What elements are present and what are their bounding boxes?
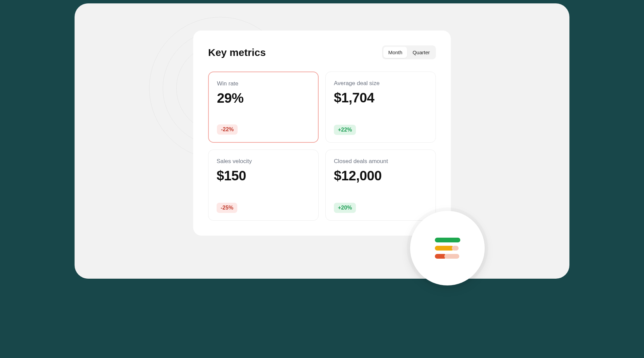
metrics-grid: Win rate 29% -22% Average deal size $1,7…	[208, 72, 436, 221]
metric-label: Average deal size	[334, 80, 427, 87]
metric-value: 29%	[217, 91, 310, 106]
metric-card-sales-velocity[interactable]: Sales velocity $150 -25%	[208, 150, 319, 221]
floating-action-button[interactable]	[410, 211, 485, 285]
metric-delta-badge: +20%	[334, 203, 356, 213]
metric-label: Win rate	[217, 80, 310, 87]
metric-value: $12,000	[334, 168, 427, 183]
metric-delta-badge: -25%	[217, 203, 237, 213]
metric-delta-badge: -22%	[217, 124, 238, 135]
timeframe-toggle: Month Quarter	[382, 45, 436, 59]
metric-value: $150	[217, 168, 310, 183]
panel-title: Key metrics	[208, 47, 266, 58]
timeframe-quarter-button[interactable]: Quarter	[408, 47, 435, 58]
metric-card-win-rate[interactable]: Win rate 29% -22%	[208, 72, 319, 143]
metric-delta-badge: +22%	[334, 125, 356, 135]
key-metrics-panel: Key metrics Month Quarter Win rate 29% -…	[193, 31, 451, 236]
dashboard-frame: Key metrics Month Quarter Win rate 29% -…	[75, 3, 569, 279]
bar-list-icon	[435, 238, 460, 259]
metric-card-average-deal-size[interactable]: Average deal size $1,704 +22%	[325, 72, 436, 143]
timeframe-month-button[interactable]: Month	[383, 47, 407, 58]
metric-card-closed-deals-amount[interactable]: Closed deals amount $12,000 +20%	[325, 150, 436, 221]
metric-label: Sales velocity	[217, 158, 310, 165]
metric-value: $1,704	[334, 90, 427, 105]
panel-header: Key metrics Month Quarter	[208, 45, 436, 59]
metric-label: Closed deals amount	[334, 158, 427, 165]
